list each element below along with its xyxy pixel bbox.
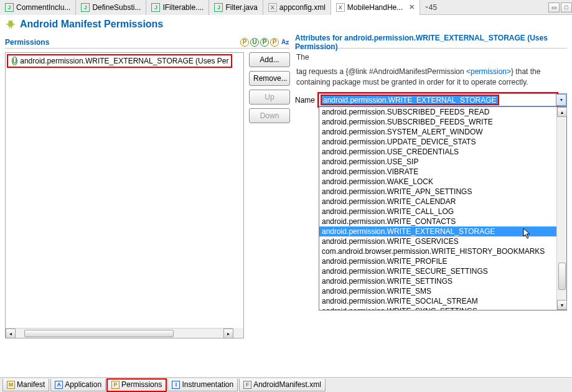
dropdown-option[interactable]: android.permission.USE_CREDENTIALS bbox=[319, 147, 566, 157]
svg-point-2 bbox=[13, 24, 15, 26]
dropdown-option[interactable]: android.permission.VIBRATE bbox=[319, 167, 566, 177]
combobox-dropdown-button[interactable]: ▾ bbox=[556, 94, 566, 106]
scroll-left-button[interactable]: ◂ bbox=[6, 329, 16, 338]
scroll-right-button[interactable]: ▸ bbox=[223, 329, 233, 338]
dropdown-option[interactable]: com.android.browser.permission.WRITE_HIS… bbox=[319, 246, 566, 256]
maximize-view-button[interactable]: □ bbox=[561, 2, 572, 12]
tab-label: MobileHandHe... bbox=[347, 3, 403, 12]
p-icon[interactable]: P bbox=[240, 38, 249, 47]
remove-button[interactable]: Remove... bbox=[249, 71, 290, 86]
form-tab-icon: F bbox=[243, 381, 251, 389]
form-tab-instrumentation[interactable]: IInstrumentation bbox=[167, 379, 238, 391]
form-tab-icon: A bbox=[55, 381, 63, 389]
dropdown-option[interactable]: android.permission.WAKE_LOCK bbox=[319, 177, 566, 187]
form-tab-label: Manifest bbox=[17, 380, 45, 389]
down-button[interactable]: Down bbox=[249, 108, 290, 123]
horizontal-scrollbar[interactable]: ◂ ▸ bbox=[6, 328, 233, 338]
close-icon[interactable]: ✕ bbox=[409, 3, 415, 11]
permission-list-item[interactable]: U android.permission.WRITE_EXTERNAL_STOR… bbox=[7, 54, 232, 68]
file-type-icon: J bbox=[5, 3, 14, 12]
minimize-view-button[interactable]: ▭ bbox=[548, 2, 560, 12]
editor-tab[interactable]: JFilter.java bbox=[209, 0, 263, 15]
tab-overflow-button[interactable]: »45 bbox=[423, 3, 439, 12]
tab-label: Filter.java bbox=[225, 3, 257, 12]
form-tab-manifest[interactable]: MManifest bbox=[2, 379, 49, 391]
svg-rect-0 bbox=[8, 22, 13, 27]
dropdown-option[interactable]: android.permission.WRITE_SETTINGS bbox=[319, 276, 566, 286]
dropdown-option[interactable]: android.permission.WRITE_SYNC_SETTINGS bbox=[319, 306, 566, 310]
name-dropdown[interactable]: android.permission.SUBSCRIBED_FEEDS_READ… bbox=[319, 106, 567, 310]
attributes-section-header: Attributes for android.permission.WRITE_… bbox=[295, 36, 567, 49]
permissions-section-header: Permissions P U P P Aᴢ bbox=[5, 36, 290, 49]
scroll-thumb[interactable] bbox=[24, 330, 174, 337]
dropdown-option[interactable]: android.permission.WRITE_APN_SETTINGS bbox=[319, 187, 566, 197]
p3-icon[interactable]: P bbox=[270, 38, 279, 47]
form-tab-icon: M bbox=[7, 381, 15, 389]
editor-tab[interactable]: XMobileHandHe...✕ bbox=[331, 0, 420, 15]
form-tab-label: Instrumentation bbox=[182, 380, 233, 389]
dropdown-option[interactable]: android.permission.WRITE_CONTACTS bbox=[319, 217, 566, 226]
u-icon[interactable]: U bbox=[250, 38, 259, 47]
sort-az-icon[interactable]: Aᴢ bbox=[280, 37, 290, 47]
file-type-icon: J bbox=[214, 3, 223, 12]
android-icon bbox=[5, 19, 16, 30]
form-tab-icon: P bbox=[111, 381, 120, 389]
tab-label: IFilterable.... bbox=[162, 3, 204, 12]
dropdown-option[interactable]: android.permission.SYSTEM_ALERT_WINDOW bbox=[319, 127, 566, 137]
permissions-header-label: Permissions bbox=[5, 38, 239, 47]
form-tab-androidmanifestxml[interactable]: FAndroidManifest.xml bbox=[239, 379, 326, 391]
name-label: Name bbox=[295, 93, 315, 105]
attributes-description-2: tag requests a {@link #AndroidManifestPe… bbox=[296, 67, 566, 88]
dropdown-scroll-thumb[interactable] bbox=[558, 263, 566, 290]
file-type-icon: J bbox=[151, 3, 160, 12]
dropdown-option[interactable]: android.permission.WRITE_SOCIAL_STREAM bbox=[319, 296, 566, 306]
svg-rect-3 bbox=[9, 27, 11, 29]
scroll-down-button[interactable]: ▾ bbox=[557, 300, 567, 310]
file-type-icon: J bbox=[81, 3, 90, 12]
dropdown-option[interactable]: android.permission.WRITE_PROFILE bbox=[319, 256, 566, 266]
dropdown-option[interactable]: android.permission.WRITE_EXTERNAL_STORAG… bbox=[319, 226, 566, 236]
editor-tab[interactable]: JDefineSubsti... bbox=[76, 0, 146, 15]
attributes-description: The bbox=[296, 52, 566, 63]
form-tab-bar: MManifestAApplicationPPermissionsIInstru… bbox=[0, 377, 572, 392]
form-tab-icon: I bbox=[172, 381, 180, 389]
permission-item-label: android.permission.WRITE_EXTERNAL_STORAG… bbox=[20, 57, 228, 65]
dropdown-option[interactable]: android.permission.USE_SIP bbox=[319, 157, 566, 167]
dropdown-option[interactable]: android.permission.WRITE_SECURE_SETTINGS bbox=[319, 266, 566, 276]
editor-tab-bar: JCommentInclu...JDefineSubsti...JIFilter… bbox=[0, 0, 572, 15]
dropdown-option[interactable]: android.permission.SUBSCRIBED_FEEDS_READ bbox=[319, 107, 566, 117]
tab-label: CommentInclu... bbox=[16, 3, 70, 12]
editor-tab[interactable]: JIFilterable.... bbox=[146, 0, 209, 15]
tab-label: DefineSubsti... bbox=[92, 3, 141, 12]
tab-label: appconfig.xml bbox=[279, 3, 326, 12]
form-tab-application[interactable]: AApplication bbox=[50, 379, 106, 391]
dropdown-option[interactable]: android.permission.WRITE_GSERVICES bbox=[319, 236, 566, 246]
scroll-up-button[interactable]: ▴ bbox=[557, 107, 567, 117]
dropdown-option[interactable]: android.permission.WRITE_CALL_LOG bbox=[319, 207, 566, 217]
svg-line-5 bbox=[9, 20, 10, 21]
form-tab-label: AndroidManifest.xml bbox=[253, 380, 321, 389]
uses-permission-icon: U bbox=[12, 57, 17, 65]
form-tab-label: Permissions bbox=[121, 380, 162, 389]
dropdown-option[interactable]: android.permission.UPDATE_DEVICE_STATS bbox=[319, 137, 566, 147]
svg-point-1 bbox=[6, 24, 8, 26]
file-type-icon: X bbox=[336, 3, 345, 12]
add-button[interactable]: Add... bbox=[249, 52, 290, 67]
dropdown-option[interactable]: android.permission.WRITE_CALENDAR bbox=[319, 197, 566, 207]
name-combobox[interactable] bbox=[319, 93, 567, 106]
editor-tab[interactable]: Xappconfig.xml bbox=[263, 0, 331, 15]
permissions-list[interactable]: U android.permission.WRITE_EXTERNAL_STOR… bbox=[5, 52, 244, 338]
page-title: Android Manifest Permissions bbox=[20, 19, 163, 30]
svg-rect-4 bbox=[11, 27, 12, 29]
p2-icon[interactable]: P bbox=[260, 38, 269, 47]
form-tab-permissions[interactable]: PPermissions bbox=[107, 379, 166, 391]
svg-line-6 bbox=[12, 20, 13, 21]
editor-tab[interactable]: JCommentInclu... bbox=[0, 0, 76, 15]
svg-point-8 bbox=[11, 21, 12, 22]
up-button[interactable]: Up bbox=[249, 90, 290, 105]
svg-point-7 bbox=[9, 21, 10, 22]
dropdown-option[interactable]: android.permission.SUBSCRIBED_FEEDS_WRIT… bbox=[319, 117, 566, 127]
dropdown-option[interactable]: android.permission.WRITE_SMS bbox=[319, 286, 566, 296]
file-type-icon: X bbox=[268, 3, 277, 12]
dropdown-scrollbar[interactable]: ▴ ▾ bbox=[556, 107, 566, 310]
